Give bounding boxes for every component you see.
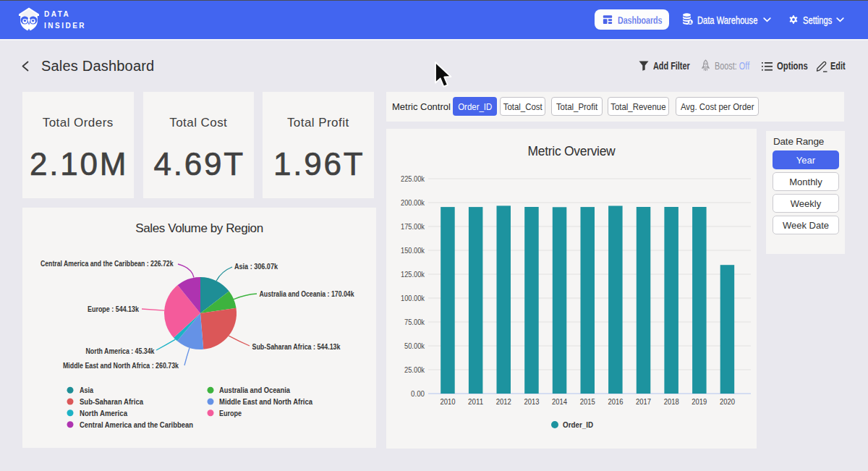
svg-text:0.00: 0.00	[411, 389, 425, 398]
svg-text:50.00k: 50.00k	[404, 341, 425, 350]
svg-text:Asia: Asia	[80, 386, 94, 394]
svg-text:100.00k: 100.00k	[401, 294, 425, 302]
svg-text:2016: 2016	[608, 397, 623, 406]
svg-text:Middle East and North Africa :: Middle East and North Africa : 260.73k	[63, 361, 179, 370]
svg-text:150.00k: 150.00k	[401, 246, 425, 255]
svg-text:Central America and the Caribb: Central America and the Caribbean : 226.…	[41, 259, 174, 268]
svg-text:Order_ID: Order_ID	[563, 420, 593, 429]
svg-text:25.00k: 25.00k	[404, 365, 425, 374]
svg-text:Sub-Saharan Africa: Sub-Saharan Africa	[80, 397, 144, 406]
svg-text:Europe : 544.13k: Europe : 544.13k	[88, 305, 140, 313]
svg-text:75.00k: 75.00k	[404, 318, 425, 326]
svg-text:2018: 2018	[664, 397, 679, 406]
svg-text:225.00k: 225.00k	[401, 174, 425, 183]
svg-text:North America: North America	[80, 409, 128, 417]
svg-text:2019: 2019	[692, 397, 707, 406]
svg-text:2015: 2015	[580, 397, 595, 406]
svg-text:2012: 2012	[496, 397, 511, 406]
svg-text:Sub-Saharan Africa : 544.13k: Sub-Saharan Africa : 544.13k	[252, 342, 341, 351]
svg-text:Australia and Oceania: Australia and Oceania	[219, 386, 291, 394]
svg-text:Central America and the Caribb: Central America and the Caribbean	[80, 420, 193, 429]
svg-text:2017: 2017	[636, 397, 651, 406]
svg-text:2020: 2020	[720, 397, 735, 406]
svg-text:2011: 2011	[468, 397, 483, 406]
svg-text:125.00k: 125.00k	[401, 270, 425, 279]
svg-text:Asia : 306.07k: Asia : 306.07k	[234, 262, 278, 271]
svg-text:Europe: Europe	[219, 409, 242, 417]
svg-text:North America : 45.34k: North America : 45.34k	[86, 347, 156, 355]
svg-text:2014: 2014	[552, 397, 567, 406]
svg-text:Australia and Oceania : 170.04: Australia and Oceania : 170.04k	[260, 289, 355, 298]
svg-text:Middle East and North Africa: Middle East and North Africa	[219, 397, 313, 406]
svg-text:2010: 2010	[441, 397, 456, 406]
svg-text:2013: 2013	[524, 397, 539, 406]
svg-text:200.00k: 200.00k	[401, 198, 425, 207]
svg-text:175.00k: 175.00k	[401, 222, 425, 231]
